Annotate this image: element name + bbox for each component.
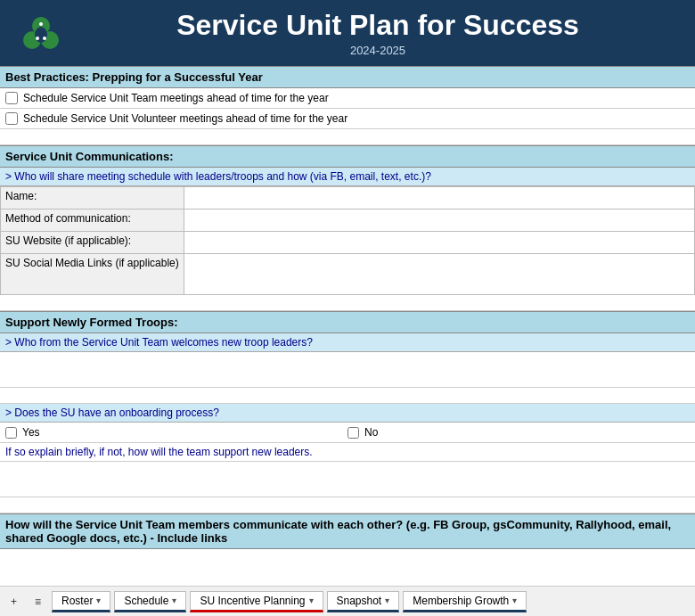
tab-roster-label: Roster	[61, 595, 93, 607]
yes-col: Yes	[5, 426, 348, 439]
gap-2	[0, 295, 695, 311]
new-troops-question1: > Who from the Service Unit Team welcome…	[0, 333, 695, 352]
gap-3	[0, 388, 695, 404]
tab-membership-growth-label: Membership Growth	[413, 595, 509, 607]
website-label: SU Website (if applicable):	[1, 232, 184, 254]
yes-checkbox[interactable]	[5, 427, 17, 439]
checkbox-label-1: Schedule Service Unit Team meetings ahea…	[23, 92, 329, 104]
field-name-row: Name:	[1, 187, 695, 209]
website-input[interactable]	[189, 234, 690, 251]
gap-1	[0, 129, 695, 145]
tab-membership-growth[interactable]: Membership Growth ▾	[403, 591, 527, 612]
svg-point-5	[36, 37, 39, 40]
menu-icon: ≡	[35, 595, 41, 608]
tab-su-incentive-label: SU Incentive Planning	[200, 595, 305, 607]
field-method-row: Method of communication:	[1, 209, 695, 232]
svg-point-3	[35, 27, 47, 43]
tab-snapshot-arrow: ▾	[385, 595, 389, 605]
social-label: SU Social Media Links (if applicable)	[1, 254, 184, 295]
checkbox-1[interactable]	[5, 92, 18, 104]
name-label: Name:	[1, 187, 184, 209]
tab-schedule[interactable]: Schedule ▾	[114, 591, 186, 612]
tab-schedule-label: Schedule	[124, 595, 168, 607]
name-input[interactable]	[189, 190, 690, 206]
new-troops-blank1	[0, 352, 695, 388]
checkbox-2[interactable]	[5, 112, 18, 125]
page-title: Service Unit Plan for Success	[176, 9, 579, 42]
gap-4	[0, 497, 695, 513]
no-label: No	[364, 426, 378, 439]
no-col: No	[348, 426, 690, 439]
header-text-group: Service Unit Plan for Success 2024-2025	[78, 9, 677, 57]
checkbox-row-1: Schedule Service Unit Team meetings ahea…	[0, 88, 695, 109]
tab-snapshot-label: Snapshot	[337, 595, 382, 607]
onboarding-note: If so explain briefly, if not, how will …	[0, 443, 695, 462]
communications-form: Name: Method of communication: SU Websit…	[0, 186, 695, 295]
svg-point-6	[43, 37, 46, 40]
communication-how-header: How will the Service Unit Team members c…	[0, 513, 695, 549]
new-troops-blank2	[0, 462, 695, 497]
social-input-cell[interactable]	[184, 254, 694, 295]
checkbox-row-2: Schedule Service Unit Volunteer meetings…	[0, 109, 695, 129]
field-social-row: SU Social Media Links (if applicable)	[1, 254, 695, 295]
tab-snapshot[interactable]: Snapshot ▾	[327, 591, 400, 612]
page-content: Service Unit Plan for Success 2024-2025 …	[0, 0, 695, 616]
communications-question: > Who will share meeting schedule with l…	[0, 168, 695, 186]
svg-point-4	[39, 22, 43, 26]
method-label: Method of communication:	[1, 209, 184, 232]
best-practices-header: Best Practices: Prepping for a Successfu…	[0, 66, 695, 88]
field-website-row: SU Website (if applicable):	[1, 232, 695, 254]
page-subtitle: 2024-2025	[350, 44, 405, 57]
tab-membership-growth-arrow: ▾	[512, 595, 517, 605]
tab-roster-arrow: ▾	[96, 595, 101, 605]
communications-header: Service Unit Communications:	[0, 145, 695, 168]
new-troops-header: Support Newly Formed Troops:	[0, 311, 695, 333]
checkbox-label-2: Schedule Service Unit Volunteer meetings…	[23, 112, 348, 125]
new-troops-question2: > Does the SU have an onboarding process…	[0, 404, 695, 423]
add-sheet-button[interactable]: +	[4, 592, 24, 612]
no-checkbox[interactable]	[348, 427, 359, 439]
tab-su-incentive[interactable]: SU Incentive Planning ▾	[190, 591, 323, 612]
menu-button[interactable]: ≡	[28, 592, 48, 612]
method-input-cell[interactable]	[184, 209, 694, 232]
yes-label: Yes	[22, 426, 40, 439]
trefoil-logo	[18, 10, 64, 56]
tab-su-incentive-arrow: ▾	[309, 595, 314, 605]
tab-bar: + ≡ Roster ▾ Schedule ▾ SU Incentive Pla…	[0, 586, 695, 616]
onboarding-checkbox-row: Yes No	[0, 423, 695, 443]
name-input-cell[interactable]	[184, 187, 694, 209]
page-header: Service Unit Plan for Success 2024-2025	[0, 0, 695, 66]
website-input-cell[interactable]	[184, 232, 694, 254]
social-input[interactable]	[189, 257, 690, 273]
method-input[interactable]	[189, 212, 690, 228]
tab-roster[interactable]: Roster ▾	[52, 591, 110, 612]
tab-schedule-arrow: ▾	[172, 595, 176, 605]
plus-icon: +	[11, 595, 17, 608]
